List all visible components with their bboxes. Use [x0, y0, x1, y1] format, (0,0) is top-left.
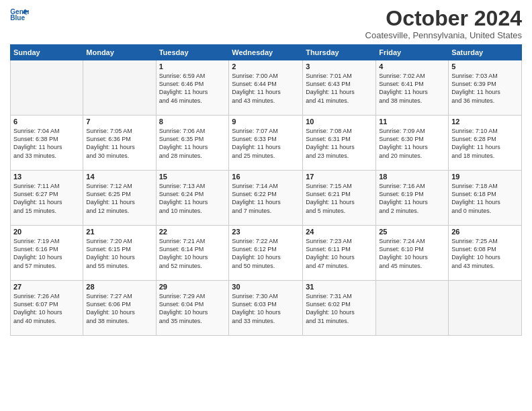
calendar-week-5: 27Sunrise: 7:26 AM Sunset: 6:07 PM Dayli… — [11, 281, 522, 336]
day-number: 31 — [306, 283, 373, 291]
weekday-header-tuesday: Tuesday — [156, 45, 229, 60]
day-number: 14 — [86, 173, 152, 181]
day-number: 7 — [86, 118, 152, 126]
day-number: 2 — [232, 62, 300, 71]
calendar-cell: 7Sunrise: 7:05 AM Sunset: 6:36 PM Daylig… — [83, 116, 156, 171]
day-info: Sunrise: 7:12 AM Sunset: 6:25 PM Dayligh… — [86, 182, 152, 215]
day-info: Sunrise: 7:27 AM Sunset: 6:06 PM Dayligh… — [86, 292, 152, 325]
calendar-cell: 3Sunrise: 7:01 AM Sunset: 6:43 PM Daylig… — [303, 60, 376, 116]
calendar-cell: 31Sunrise: 7:31 AM Sunset: 6:02 PM Dayli… — [303, 281, 376, 336]
month-title: October 2024 — [365, 7, 522, 30]
calendar-cell: 16Sunrise: 7:14 AM Sunset: 6:22 PM Dayli… — [229, 171, 303, 226]
calendar-cell — [11, 60, 83, 116]
day-info: Sunrise: 7:03 AM Sunset: 6:39 PM Dayligh… — [451, 72, 519, 105]
calendar-cell: 23Sunrise: 7:22 AM Sunset: 6:12 PM Dayli… — [229, 226, 303, 281]
day-info: Sunrise: 7:18 AM Sunset: 6:18 PM Dayligh… — [451, 182, 519, 215]
day-number: 19 — [451, 173, 519, 181]
day-number: 8 — [159, 118, 226, 126]
calendar-cell: 28Sunrise: 7:27 AM Sunset: 6:06 PM Dayli… — [83, 281, 156, 336]
calendar-week-3: 13Sunrise: 7:11 AM Sunset: 6:27 PM Dayli… — [11, 171, 522, 226]
calendar-cell: 27Sunrise: 7:26 AM Sunset: 6:07 PM Dayli… — [11, 281, 83, 336]
day-info: Sunrise: 7:24 AM Sunset: 6:10 PM Dayligh… — [379, 237, 445, 270]
title-block: October 2024 Coatesville, Pennsylvania, … — [365, 7, 522, 40]
header: General Blue October 2024 Coatesville, P… — [10, 7, 522, 40]
day-number: 15 — [159, 173, 226, 181]
day-info: Sunrise: 7:26 AM Sunset: 6:07 PM Dayligh… — [13, 292, 80, 325]
calendar-cell: 14Sunrise: 7:12 AM Sunset: 6:25 PM Dayli… — [83, 171, 156, 226]
calendar-cell: 26Sunrise: 7:25 AM Sunset: 6:08 PM Dayli… — [449, 226, 522, 281]
day-number: 6 — [13, 118, 80, 126]
day-info: Sunrise: 7:00 AM Sunset: 6:44 PM Dayligh… — [232, 72, 300, 105]
weekday-header-monday: Monday — [83, 45, 156, 60]
calendar-cell: 17Sunrise: 7:15 AM Sunset: 6:21 PM Dayli… — [303, 171, 376, 226]
svg-text:Blue: Blue — [10, 14, 25, 21]
page-container: General Blue October 2024 Coatesville, P… — [0, 0, 532, 339]
weekday-header-thursday: Thursday — [303, 45, 376, 60]
calendar-cell: 19Sunrise: 7:18 AM Sunset: 6:18 PM Dayli… — [449, 171, 522, 226]
day-info: Sunrise: 7:29 AM Sunset: 6:04 PM Dayligh… — [159, 292, 226, 325]
day-number: 16 — [232, 173, 300, 181]
day-info: Sunrise: 7:15 AM Sunset: 6:21 PM Dayligh… — [306, 182, 373, 215]
calendar-week-1: 1Sunrise: 6:59 AM Sunset: 6:46 PM Daylig… — [11, 60, 522, 116]
day-number: 21 — [86, 228, 152, 236]
calendar-cell: 30Sunrise: 7:30 AM Sunset: 6:03 PM Dayli… — [229, 281, 303, 336]
calendar-table: SundayMondayTuesdayWednesdayThursdayFrid… — [10, 44, 522, 336]
day-info: Sunrise: 7:01 AM Sunset: 6:43 PM Dayligh… — [306, 72, 373, 105]
calendar-cell: 5Sunrise: 7:03 AM Sunset: 6:39 PM Daylig… — [449, 60, 522, 116]
weekday-header-sunday: Sunday — [11, 45, 83, 60]
day-number: 13 — [13, 173, 80, 181]
calendar-cell: 21Sunrise: 7:20 AM Sunset: 6:15 PM Dayli… — [83, 226, 156, 281]
calendar-cell: 13Sunrise: 7:11 AM Sunset: 6:27 PM Dayli… — [11, 171, 83, 226]
day-info: Sunrise: 7:13 AM Sunset: 6:24 PM Dayligh… — [159, 182, 226, 215]
day-number: 4 — [379, 62, 445, 71]
day-number: 17 — [306, 173, 373, 181]
calendar-cell: 4Sunrise: 7:02 AM Sunset: 6:41 PM Daylig… — [376, 60, 449, 116]
logo: General Blue — [10, 7, 29, 21]
day-info: Sunrise: 7:11 AM Sunset: 6:27 PM Dayligh… — [13, 182, 80, 215]
day-number: 27 — [13, 283, 80, 291]
calendar-cell: 12Sunrise: 7:10 AM Sunset: 6:28 PM Dayli… — [449, 116, 522, 171]
day-number: 18 — [379, 173, 445, 181]
day-number: 24 — [306, 228, 373, 236]
day-info: Sunrise: 7:22 AM Sunset: 6:12 PM Dayligh… — [232, 237, 300, 270]
calendar-cell: 10Sunrise: 7:08 AM Sunset: 6:31 PM Dayli… — [303, 116, 376, 171]
day-info: Sunrise: 7:10 AM Sunset: 6:28 PM Dayligh… — [451, 127, 519, 160]
calendar-week-4: 20Sunrise: 7:19 AM Sunset: 6:16 PM Dayli… — [11, 226, 522, 281]
weekday-header-wednesday: Wednesday — [229, 45, 303, 60]
day-info: Sunrise: 7:23 AM Sunset: 6:11 PM Dayligh… — [306, 237, 373, 270]
day-info: Sunrise: 7:21 AM Sunset: 6:14 PM Dayligh… — [159, 237, 226, 270]
calendar-header-row: SundayMondayTuesdayWednesdayThursdayFrid… — [11, 45, 522, 60]
day-info: Sunrise: 7:19 AM Sunset: 6:16 PM Dayligh… — [13, 237, 80, 270]
day-info: Sunrise: 7:06 AM Sunset: 6:35 PM Dayligh… — [159, 127, 226, 160]
location: Coatesville, Pennsylvania, United States — [365, 30, 522, 40]
day-info: Sunrise: 6:59 AM Sunset: 6:46 PM Dayligh… — [159, 72, 226, 105]
weekday-header-friday: Friday — [376, 45, 449, 60]
weekday-header-saturday: Saturday — [449, 45, 522, 60]
day-info: Sunrise: 7:04 AM Sunset: 6:38 PM Dayligh… — [13, 127, 80, 160]
day-info: Sunrise: 7:20 AM Sunset: 6:15 PM Dayligh… — [86, 237, 152, 270]
calendar-cell: 20Sunrise: 7:19 AM Sunset: 6:16 PM Dayli… — [11, 226, 83, 281]
calendar-cell: 8Sunrise: 7:06 AM Sunset: 6:35 PM Daylig… — [156, 116, 229, 171]
calendar-cell: 9Sunrise: 7:07 AM Sunset: 6:33 PM Daylig… — [229, 116, 303, 171]
day-number: 10 — [306, 118, 373, 126]
day-number: 12 — [451, 118, 519, 126]
calendar-cell: 15Sunrise: 7:13 AM Sunset: 6:24 PM Dayli… — [156, 171, 229, 226]
day-number: 29 — [159, 283, 226, 291]
logo-icon: General Blue — [10, 7, 29, 21]
day-number: 30 — [232, 283, 300, 291]
calendar-cell: 24Sunrise: 7:23 AM Sunset: 6:11 PM Dayli… — [303, 226, 376, 281]
day-info: Sunrise: 7:25 AM Sunset: 6:08 PM Dayligh… — [451, 237, 519, 270]
calendar-cell — [376, 281, 449, 336]
day-number: 3 — [306, 62, 373, 71]
day-number: 5 — [451, 62, 519, 71]
calendar-cell: 1Sunrise: 6:59 AM Sunset: 6:46 PM Daylig… — [156, 60, 229, 116]
day-info: Sunrise: 7:02 AM Sunset: 6:41 PM Dayligh… — [379, 72, 445, 105]
calendar-cell: 18Sunrise: 7:16 AM Sunset: 6:19 PM Dayli… — [376, 171, 449, 226]
day-number: 25 — [379, 228, 445, 236]
day-number: 20 — [13, 228, 80, 236]
calendar-cell: 11Sunrise: 7:09 AM Sunset: 6:30 PM Dayli… — [376, 116, 449, 171]
calendar-cell: 6Sunrise: 7:04 AM Sunset: 6:38 PM Daylig… — [11, 116, 83, 171]
calendar-cell — [449, 281, 522, 336]
day-info: Sunrise: 7:30 AM Sunset: 6:03 PM Dayligh… — [232, 292, 300, 325]
day-number: 11 — [379, 118, 445, 126]
